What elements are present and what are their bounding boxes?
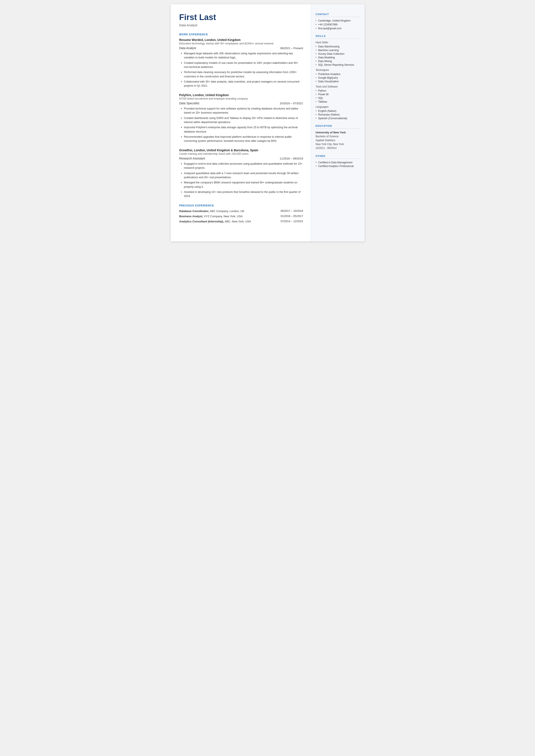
- hard-skill-5: Data Mining: [316, 60, 360, 63]
- job-2: Polyhire, London, United Kingdom NYSE-li…: [179, 93, 303, 143]
- job-1-bullet-1: Managed large datasets with 20K observat…: [180, 51, 303, 60]
- prev-exp-1: Database Coordinator, ABC Company, Londo…: [179, 209, 303, 213]
- prev-exp-1-date: 06/2017 – 10/2018: [281, 209, 303, 213]
- tool-1: Python: [316, 89, 360, 92]
- language-2: Romanian (Native): [316, 113, 360, 116]
- prev-exp-2: Business Analyst, XYZ Company, New York,…: [179, 214, 303, 218]
- job-1-bullet-3: Performed data cleaning necessary for pr…: [180, 70, 303, 79]
- tool-2: Power BI: [316, 93, 360, 96]
- company-3-rest: London, United Kingdom & Barcelona, Spai…: [193, 149, 258, 152]
- left-column: First Last Data Analyst WORK EXPERIENCE …: [171, 4, 311, 241]
- job-1: Resume Worded, London, United Kingdom Ed…: [179, 38, 303, 88]
- techniques-list: Predictive Analytics Google BigQuery Dat…: [316, 72, 360, 83]
- job-2-bullets: Provided technical support for new softw…: [179, 107, 303, 143]
- edu-field-1: Applied Statistics: [316, 138, 360, 142]
- language-3: Spanish (Conversational): [316, 117, 360, 120]
- languages-list: English (Native) Romanian (Native) Spani…: [316, 109, 360, 120]
- job-1-bullets: Managed large datasets with 20K observat…: [179, 51, 303, 88]
- contact-list: Cambridge, United Kingdom +44 1234567890…: [316, 19, 360, 30]
- company-3-bold: Growthsi,: [179, 149, 193, 152]
- hard-skill-6: SQL Server Reporting Services: [316, 63, 360, 66]
- prev-exp-1-bold: Database Coordinator,: [179, 210, 209, 213]
- prev-exp-3: Analytics Consultant (Internship), ABC, …: [179, 220, 303, 223]
- prev-exp-2-title: Business Analyst, XYZ Company, New York,…: [179, 214, 276, 218]
- technique-2: Google BigQuery: [316, 76, 360, 79]
- edu-degree-1: Bachelor of Science: [316, 134, 360, 138]
- other-label: OTHER: [316, 155, 360, 159]
- job-2-bullet-3: Improved Polyhire's enterprise data stor…: [180, 126, 303, 134]
- edu-dates-1: 10/2011 - 06/2014: [316, 146, 360, 150]
- job-1-title: Data Analyst: [179, 46, 196, 50]
- job-3-date: 11/2018 – 09/2019: [280, 157, 303, 160]
- job-3-bullet-1: Engaged in end-to-end data collection pr…: [180, 162, 303, 170]
- tool-3: SQL: [316, 97, 360, 99]
- resume-header: First Last Data Analyst: [179, 13, 303, 27]
- edu-entry-1: University of New York Bachelor of Scien…: [316, 131, 360, 150]
- job-3-bullet-2: Analyzed quantitative data with a 7-man …: [180, 171, 303, 180]
- prev-exp-3-bold: Analytics Consultant (Internship),: [179, 220, 224, 223]
- previous-experience-label: PREVIOUS EXPERIENCE: [179, 204, 303, 207]
- resume-container: First Last Data Analyst WORK EXPERIENCE …: [171, 4, 365, 241]
- other-item-2: Certified Analytics Professional: [316, 165, 360, 168]
- prev-exp-3-date: 07/2014 – 12/2015: [281, 220, 303, 223]
- education-label: EDUCATION: [316, 125, 360, 129]
- right-column: CONTACT Cambridge, United Kingdom +44 12…: [311, 4, 365, 241]
- prev-exp-1-title: Database Coordinator, ABC Company, Londo…: [179, 209, 276, 213]
- edu-school-1: University of New York: [316, 131, 360, 134]
- prev-exp-3-title: Analytics Consultant (Internship), ABC, …: [179, 220, 276, 223]
- contact-label: CONTACT: [316, 13, 360, 17]
- languages-label: Languages:: [316, 105, 360, 108]
- other-item-1: Certified in Data Management: [316, 161, 360, 164]
- other-list: Certified in Data Management Certified A…: [316, 161, 360, 168]
- tools-list: Python Power BI SQL Tableau: [316, 89, 360, 103]
- hard-skill-4: Data Modeling: [316, 56, 360, 59]
- job-1-bullet-4: Collaborated with 30+ data analysts, dat…: [180, 80, 303, 88]
- tools-label: Tools and Software:: [316, 85, 360, 88]
- company-1-desc: Education technology startup with 50+ em…: [179, 42, 303, 45]
- job-3-title: Research Assistant: [179, 157, 205, 160]
- hard-skills-label: Hard Skills:: [316, 41, 360, 44]
- job-3-role-row: Research Assistant 11/2018 – 09/2019: [179, 157, 303, 160]
- job-1-date: 08/2021 – Present: [280, 46, 303, 50]
- job-1-role-row: Data Analyst 08/2021 – Present: [179, 46, 303, 50]
- job-1-bullet-2: Created explanatory models of use cases …: [180, 61, 303, 70]
- other-section: OTHER Certified in Data Management Certi…: [316, 155, 360, 168]
- company-2-bold: Polyhire,: [179, 93, 192, 97]
- job-3-bullets: Engaged in end-to-end data collection pr…: [179, 162, 303, 199]
- company-1-name: Resume Worded, London, United Kingdom: [179, 38, 303, 42]
- job-3-bullet-4: Assisted in developing 10+ new products …: [180, 190, 303, 199]
- job-2-date: 10/2019 – 07/2021: [280, 102, 303, 105]
- contact-item-1: Cambridge, United Kingdom: [316, 19, 360, 22]
- previous-experience-section: PREVIOUS EXPERIENCE Database Coordinator…: [179, 204, 303, 224]
- company-2-desc: NYSE-listed recruitment and employer bra…: [179, 97, 303, 100]
- hard-skill-2: Machine Learning: [316, 49, 360, 52]
- prev-exp-2-bold: Business Analyst,: [179, 215, 203, 218]
- job-2-role-row: Data Specialist 10/2019 – 07/2021: [179, 101, 303, 105]
- language-1: English (Native): [316, 109, 360, 113]
- skills-section: SKILLS Hard Skills: Data Warehousing Mac…: [316, 35, 360, 120]
- candidate-title: Data Analyst: [179, 23, 303, 27]
- contact-item-3: first.last@gmail.com: [316, 27, 360, 30]
- contact-item-2: +44 1234567890: [316, 23, 360, 26]
- technique-3: Data Visualization: [316, 80, 360, 83]
- edu-location-1: New York City, New York: [316, 142, 360, 146]
- company-1-bold: Resume Worded,: [179, 38, 204, 42]
- company-3-desc: Career training and membership SaaS with…: [179, 153, 303, 155]
- job-2-bullet-2: Created dashboards using SSRS and Tablea…: [180, 116, 303, 125]
- candidate-name: First Last: [179, 13, 303, 22]
- technique-1: Predictive Analytics: [316, 72, 360, 76]
- education-section: EDUCATION University of New York Bachelo…: [316, 125, 360, 150]
- job-2-title: Data Specialist: [179, 101, 199, 105]
- company-2-rest: London, United Kingdom: [192, 93, 229, 97]
- hard-skill-1: Data Warehousing: [316, 45, 360, 48]
- company-3-name: Growthsi, London, United Kingdom & Barce…: [179, 149, 303, 152]
- contact-section: CONTACT Cambridge, United Kingdom +44 12…: [316, 13, 360, 30]
- skills-label: SKILLS: [316, 35, 360, 39]
- hard-skills-list: Data Warehousing Machine Learning Survey…: [316, 45, 360, 66]
- work-experience-section: WORK EXPERIENCE Resume Worded, London, U…: [179, 33, 303, 199]
- tool-4: Tableau: [316, 100, 360, 103]
- job-3: Growthsi, London, United Kingdom & Barce…: [179, 149, 303, 199]
- company-2-name: Polyhire, London, United Kingdom: [179, 93, 303, 97]
- job-2-bullet-1: Provided technical support for new softw…: [180, 107, 303, 115]
- company-1-rest: London, United Kingdom: [204, 38, 241, 42]
